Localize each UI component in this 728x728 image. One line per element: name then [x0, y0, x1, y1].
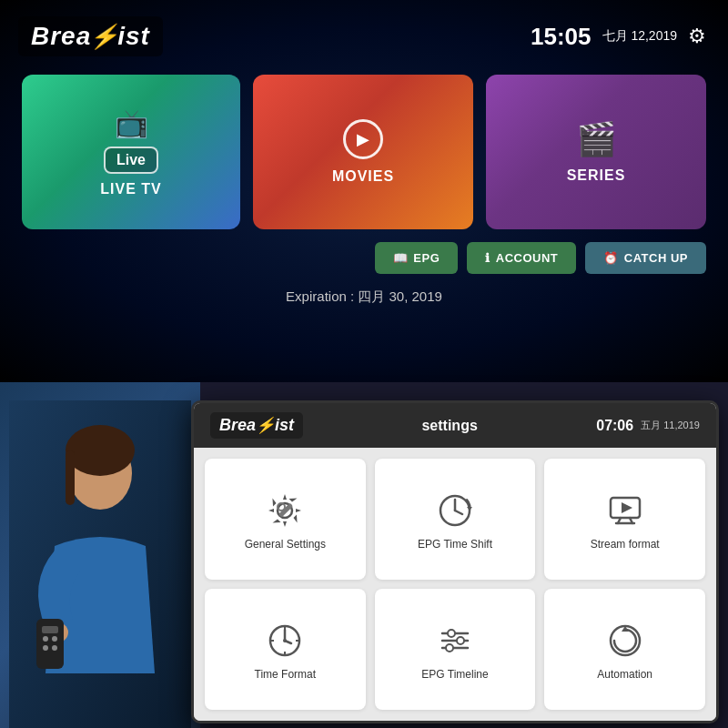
series-film-icon: 🎬	[576, 120, 617, 158]
catch-up-button[interactable]: ⏰ CATCH UP	[585, 242, 706, 274]
svg-rect-3	[66, 450, 75, 505]
svg-point-36	[446, 644, 453, 652]
svg-point-35	[457, 637, 464, 644]
epg-button[interactable]: 📖 EPG	[375, 242, 458, 274]
movies-play-icon: ▶	[343, 119, 383, 159]
settings-clock: 07:06	[596, 418, 633, 434]
logo-settings-text: Brea⚡ist	[219, 416, 294, 435]
settings-title: settings	[421, 418, 477, 434]
expiration-text: Expiration : 四月 30, 2019	[0, 288, 728, 306]
general-settings-icon	[265, 490, 305, 531]
live-tv-icon: 📺	[115, 107, 148, 139]
logo-bolt-top: ⚡	[89, 23, 119, 50]
settings-header: Brea⚡ist settings 07:06 五月 11,2019	[194, 403, 716, 448]
main-cards: 📺 Live LIVE TV ▶ MOVIES 🎬 SERIES	[0, 66, 728, 238]
epg-time-shift-icon	[435, 490, 475, 531]
live-tv-label: LIVE TV	[100, 181, 161, 197]
svg-point-2	[66, 425, 135, 476]
top-header: Brea⚡ist 15:05 七月 12,2019 ⚙	[0, 0, 728, 66]
account-label: ACCOUNT	[496, 251, 559, 265]
account-button[interactable]: ℹ ACCOUNT	[467, 242, 576, 274]
settings-grid: General Settings EPG Time Shift	[194, 448, 716, 721]
bottom-section: Brea⚡ist settings 07:06 五月 11,2019	[0, 382, 728, 728]
svg-point-10	[52, 645, 57, 651]
action-button-row: 📖 EPG ℹ ACCOUNT ⏰ CATCH UP	[0, 238, 728, 274]
person-background	[0, 382, 200, 728]
svg-point-26	[283, 639, 287, 642]
svg-point-9	[43, 645, 48, 651]
logo-settings: Brea⚡ist	[210, 412, 303, 439]
epg-icon: 📖	[393, 251, 409, 265]
clock-top: 15:05	[531, 23, 592, 51]
svg-marker-17	[467, 507, 472, 511]
svg-line-16	[455, 511, 462, 514]
epg-timeline-label: EPG Timeline	[421, 668, 488, 681]
settings-card-epg-time-shift[interactable]: EPG Time Shift	[375, 459, 536, 580]
svg-point-7	[43, 636, 48, 642]
tv-frame: Brea⚡ist settings 07:06 五月 11,2019	[191, 400, 719, 723]
settings-card-automation[interactable]: Automation	[544, 589, 705, 710]
epg-label: EPG	[413, 251, 440, 265]
settings-date: 五月 11,2019	[641, 419, 700, 432]
stream-format-label: Stream format	[591, 538, 660, 551]
time-format-icon	[265, 621, 305, 661]
automation-label: Automation	[597, 668, 652, 681]
time-format-label: Time Format	[255, 668, 317, 681]
movies-label: MOVIES	[332, 168, 394, 185]
live-badge: Live	[104, 147, 158, 174]
logo-bolt-settings: ⚡	[256, 417, 275, 434]
series-label: SERIES	[567, 167, 626, 184]
person-silhouette	[9, 400, 191, 728]
svg-point-34	[448, 630, 455, 637]
svg-point-8	[52, 636, 57, 642]
settings-card-general[interactable]: General Settings	[205, 459, 366, 580]
automation-icon	[605, 621, 645, 661]
stream-format-icon	[605, 490, 645, 531]
top-section: Brea⚡ist 15:05 七月 12,2019 ⚙ 📺 Live LIVE …	[0, 0, 728, 382]
card-movies[interactable]: ▶ MOVIES	[253, 75, 473, 229]
svg-rect-6	[42, 626, 58, 633]
gear-icon[interactable]: ⚙	[688, 25, 706, 48]
svg-marker-22	[622, 502, 632, 513]
date-top: 七月 12,2019	[602, 28, 678, 45]
settings-card-stream-format[interactable]: Stream format	[544, 459, 705, 580]
settings-time-area: 07:06 五月 11,2019	[596, 418, 700, 434]
epg-time-shift-label: EPG Time Shift	[418, 538, 492, 551]
settings-card-time-format[interactable]: Time Format	[205, 589, 366, 710]
catch-up-label: CATCH UP	[624, 251, 688, 265]
card-series[interactable]: 🎬 SERIES	[486, 75, 706, 229]
header-right: 15:05 七月 12,2019 ⚙	[531, 23, 706, 51]
tv-screen: Brea⚡ist settings 07:06 五月 11,2019	[194, 403, 716, 721]
logo-text-top: Brea⚡ist	[31, 22, 150, 51]
card-live-tv[interactable]: 📺 Live LIVE TV	[22, 75, 240, 229]
settings-card-epg-timeline[interactable]: EPG Timeline	[375, 589, 536, 710]
logo-top: Brea⚡ist	[18, 16, 163, 56]
account-icon: ℹ	[485, 251, 490, 265]
epg-timeline-icon	[435, 621, 475, 661]
catch-up-icon: ⏰	[603, 251, 619, 265]
general-settings-label: General Settings	[245, 538, 326, 551]
